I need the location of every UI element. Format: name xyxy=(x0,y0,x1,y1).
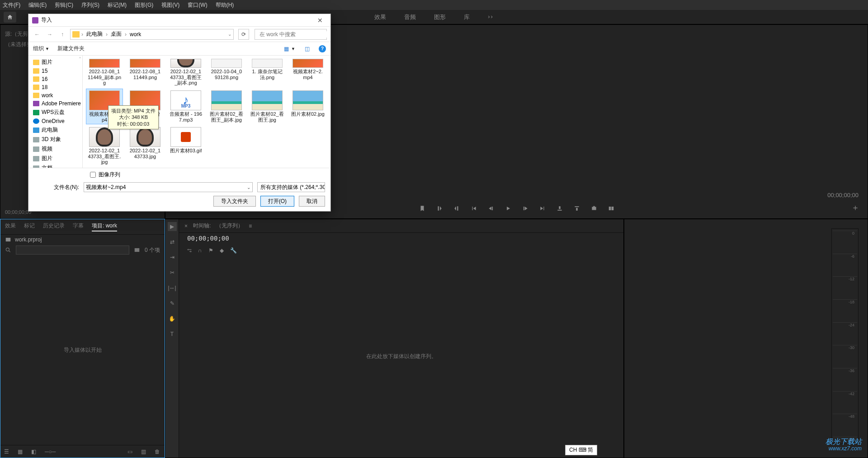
crumb-desktop[interactable]: 桌面 xyxy=(109,30,123,38)
menu-view[interactable]: 视图(V) xyxy=(161,1,179,9)
path-breadcrumb[interactable]: › 此电脑 › 桌面 › work ⌄ xyxy=(70,29,234,40)
new-item-icon[interactable]: ▥ xyxy=(141,449,147,455)
home-button[interactable] xyxy=(4,12,16,23)
nav-back-button[interactable]: ← xyxy=(32,29,42,39)
proj-tab-history[interactable]: 历史记录 xyxy=(43,222,65,231)
tab-library[interactable]: 库 xyxy=(464,13,470,21)
tab-graphics[interactable]: 图形 xyxy=(434,13,446,21)
type-tool-icon[interactable]: T xyxy=(168,330,177,339)
linked-sel-icon[interactable]: ∩ xyxy=(198,247,202,254)
new-bin-icon[interactable]: ▭ xyxy=(127,449,134,455)
timeline-close-icon[interactable]: × xyxy=(184,223,188,229)
razor-tool-icon[interactable]: ✂ xyxy=(168,268,177,277)
goto-out-icon[interactable] xyxy=(539,205,546,212)
menu-help[interactable]: 帮助(H) xyxy=(216,1,234,9)
file-item[interactable]: 2022-12-02_143733_看图王.jpg xyxy=(86,126,123,166)
file-item[interactable]: 视频素材2~2.mp4 xyxy=(290,57,326,87)
file-item[interactable]: 图片素材02_看图王_副本.jpg xyxy=(208,89,245,124)
dialog-close-button[interactable]: ✕ xyxy=(313,15,327,25)
freeform-view-icon[interactable]: ◧ xyxy=(31,449,38,455)
marker-add-icon[interactable]: ⚑ xyxy=(208,247,213,254)
menu-clip[interactable]: 剪辑(C) xyxy=(55,1,73,9)
file-item[interactable]: 2022-12-08_111449_副本.png xyxy=(86,57,123,87)
hand-tool-icon[interactable]: ✋ xyxy=(168,314,177,323)
compare-icon[interactable] xyxy=(608,205,614,212)
wrench-icon[interactable]: 🔧 xyxy=(230,247,237,254)
crumb-folder[interactable]: work xyxy=(128,31,142,38)
selection-tool-icon[interactable]: ▶ xyxy=(168,222,177,231)
file-type-filter[interactable]: 所有支持的媒体 (*.264;*.3G2;* ⌄ xyxy=(257,182,325,192)
help-icon[interactable]: ? xyxy=(319,45,326,52)
play-icon[interactable] xyxy=(505,205,511,212)
proj-tab-captions[interactable]: 字幕 xyxy=(73,222,84,231)
path-dropdown-icon[interactable]: ⌄ xyxy=(228,32,231,37)
step-back-icon[interactable] xyxy=(488,205,494,212)
file-item[interactable]: ♪MP3音频素材 - 1967.mp3 xyxy=(168,89,204,124)
tl-settings-icon[interactable]: ◆ xyxy=(220,247,224,254)
track-select-tool-icon[interactable]: ⇄ xyxy=(168,237,177,246)
tree-item[interactable]: OneDrive xyxy=(28,117,82,125)
tree-item[interactable]: 文档 xyxy=(28,163,82,168)
icon-view-icon[interactable]: ▦ xyxy=(18,449,24,455)
file-item[interactable]: 2022-12-02_143733.jpg xyxy=(127,126,163,166)
organize-menu[interactable]: 组织 ▼ xyxy=(33,45,49,52)
project-search-input[interactable] xyxy=(16,246,129,255)
tree-item[interactable]: 图片 xyxy=(28,154,82,163)
zoom-slider-icon[interactable]: ─○─ xyxy=(45,449,51,455)
proj-tab-markers[interactable]: 标记 xyxy=(24,222,35,231)
in-point-icon[interactable] xyxy=(436,205,443,212)
menu-edit[interactable]: 编辑(E) xyxy=(28,1,47,9)
tab-effects[interactable]: 效果 xyxy=(374,13,386,21)
slip-tool-icon[interactable]: |↔| xyxy=(168,283,177,293)
file-item[interactable]: 1. 康奈尔笔记法.png xyxy=(249,57,285,87)
nav-forward-button[interactable]: → xyxy=(45,29,55,39)
import-folder-button[interactable]: 导入文件夹 xyxy=(213,196,256,207)
menu-window[interactable]: 窗口(W) xyxy=(188,1,207,9)
step-fwd-icon[interactable] xyxy=(522,205,528,212)
tree-item[interactable]: 视频 xyxy=(28,144,82,154)
dialog-search-box[interactable] xyxy=(255,29,327,40)
cancel-button[interactable]: 取消 xyxy=(299,196,325,207)
refresh-button[interactable]: ⟳ xyxy=(238,29,249,40)
image-sequence-checkbox[interactable] xyxy=(90,172,96,178)
add-button[interactable]: ＋ xyxy=(851,202,859,213)
tree-item[interactable]: 图片 xyxy=(28,57,82,67)
proj-tab-effects[interactable]: 效果 xyxy=(5,222,16,231)
ripple-tool-icon[interactable]: ⇥ xyxy=(168,253,177,262)
tree-item[interactable]: 18 xyxy=(28,83,82,91)
tree-item[interactable]: WPS云盘 xyxy=(28,108,82,117)
tree-item[interactable]: 3D 对象 xyxy=(28,135,82,144)
snap-icon[interactable]: ⥃ xyxy=(187,247,192,254)
goto-in-icon[interactable] xyxy=(471,205,477,212)
file-item[interactable]: 视频素材~2.mp4项目类型: MP4 文件大小: 348 KB时长: 00:0… xyxy=(86,89,123,124)
menu-sequence[interactable]: 序列(S) xyxy=(81,1,99,9)
open-button[interactable]: 打开(O) xyxy=(260,196,294,207)
lift-icon[interactable] xyxy=(557,205,563,212)
file-item[interactable]: 2022-10-04_093128.png xyxy=(208,57,245,87)
menu-file[interactable]: 文件(F) xyxy=(3,1,20,9)
preview-pane-icon[interactable]: ◫ xyxy=(303,45,311,52)
tab-more[interactable]: ›› xyxy=(488,13,494,21)
file-item[interactable]: 2022-12-02_143733_看图王_副本.png xyxy=(168,57,204,87)
marker-icon[interactable] xyxy=(419,205,425,212)
view-mode-button[interactable]: ▦▼ xyxy=(283,45,295,52)
dialog-folder-tree[interactable]: ˄ 图片151618workAdobe PremiereWPS云盘OneDriv… xyxy=(28,56,83,168)
dialog-file-grid[interactable]: 2022-12-08_111449_副本.png2022-12-08_11144… xyxy=(83,56,330,168)
ime-indicator[interactable]: CH ⌨ 简 xyxy=(565,445,597,455)
export-frame-icon[interactable] xyxy=(591,205,597,212)
tree-scroll-up-icon[interactable]: ˄ xyxy=(79,57,81,63)
trash-icon[interactable]: 🗑 xyxy=(155,449,161,455)
proj-tab-project[interactable]: 项目: work xyxy=(92,222,117,231)
extract-icon[interactable] xyxy=(574,205,580,212)
tree-item[interactable]: 16 xyxy=(28,75,82,83)
tab-audio[interactable]: 音频 xyxy=(404,13,416,21)
out-point-icon[interactable] xyxy=(453,205,460,212)
file-item[interactable]: 图片素材02.jpg xyxy=(290,89,326,124)
tree-item[interactable]: 15 xyxy=(28,67,82,75)
filter-bin-icon[interactable] xyxy=(134,247,140,253)
pen-tool-icon[interactable]: ✎ xyxy=(168,299,177,308)
tree-item[interactable]: work xyxy=(28,91,82,99)
file-item[interactable]: 图片素材03.gif xyxy=(168,126,204,166)
file-item[interactable]: 图片素材02_看图王.jpg xyxy=(249,89,285,124)
timeline-tab-menu-icon[interactable]: ≡ xyxy=(249,223,252,229)
